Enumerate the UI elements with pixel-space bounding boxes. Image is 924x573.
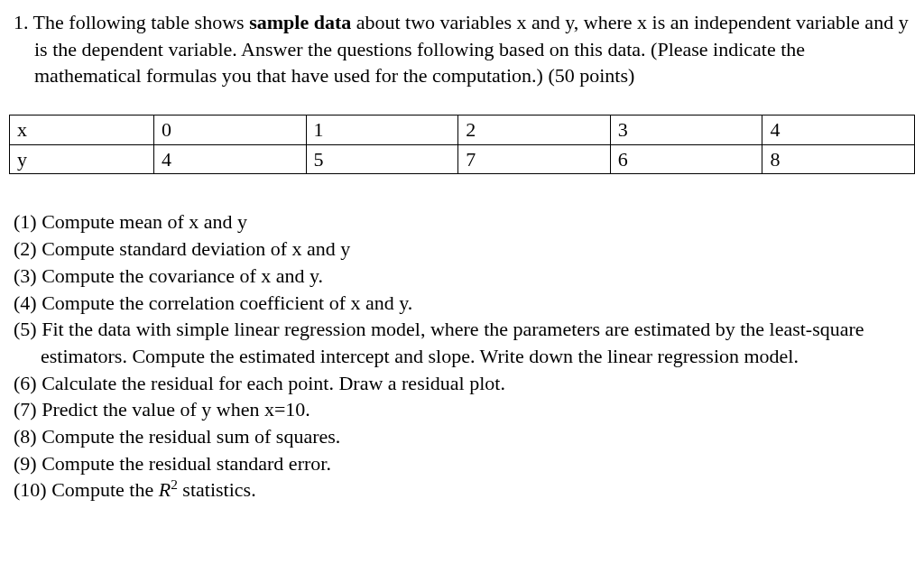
- data-table: x 0 1 2 3 4 y 4 5 7 6 8: [9, 115, 915, 174]
- q10-suffix: statistics.: [178, 478, 256, 501]
- q10-var: R: [159, 478, 171, 501]
- subq-3: (3) Compute the covariance of x and y.: [14, 263, 915, 290]
- y-value-0: 4: [154, 144, 307, 174]
- subq-7: (7) Predict the value of y when x=10.: [14, 396, 915, 423]
- question-number: 1.: [14, 11, 29, 33]
- y-value-1: 5: [306, 144, 458, 174]
- q10-sup: 2: [171, 476, 178, 492]
- subq-9: (9) Compute the residual standard error.: [14, 450, 915, 477]
- subq-6: (6) Calculate the residual for each poin…: [14, 370, 915, 397]
- subq-2: (2) Compute standard deviation of x and …: [14, 236, 915, 263]
- subq-1: (1) Compute mean of x and y: [14, 208, 915, 236]
- intro-bold: sample data: [249, 11, 351, 33]
- subq-5: (5) Fit the data with simple linear regr…: [14, 316, 915, 369]
- x-label: x: [10, 116, 154, 145]
- intro-part1: The following table shows: [33, 11, 250, 33]
- subquestions: (1) Compute mean of x and y (2) Compute …: [9, 208, 915, 504]
- y-value-4: 8: [762, 144, 915, 174]
- q10-prefix: (10) Compute the: [14, 478, 159, 501]
- subq-10: (10) Compute the R2 statistics.: [14, 476, 915, 504]
- y-label: y: [10, 144, 154, 174]
- x-value-3: 3: [610, 116, 762, 145]
- y-value-2: 7: [458, 144, 611, 174]
- x-value-0: 0: [154, 116, 307, 145]
- question-intro: 1. The following table shows sample data…: [9, 9, 915, 89]
- subq-8: (8) Compute the residual sum of squares.: [14, 423, 915, 450]
- x-value-2: 2: [458, 116, 611, 145]
- table-row-y: y 4 5 7 6 8: [10, 144, 915, 174]
- x-value-4: 4: [762, 116, 915, 145]
- y-value-3: 6: [610, 144, 762, 174]
- x-value-1: 1: [306, 116, 458, 145]
- table-row-x: x 0 1 2 3 4: [10, 116, 915, 145]
- subq-4: (4) Compute the correlation coefficient …: [14, 290, 915, 317]
- question-text: The following table shows sample data ab…: [33, 11, 909, 87]
